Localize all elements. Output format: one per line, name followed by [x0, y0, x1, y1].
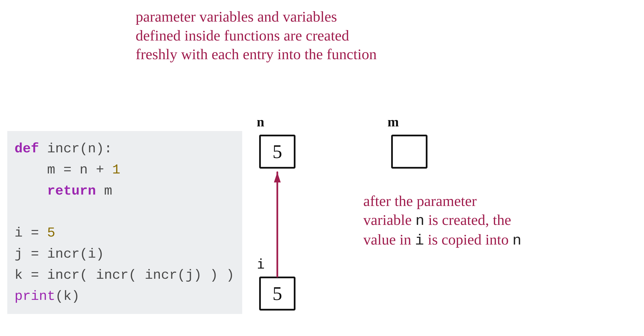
line-i-a: i [14, 225, 31, 241]
arrow-i-to-n [270, 170, 284, 306]
line-k-b: incr( incr( incr(j) ) ) [39, 267, 234, 283]
var-n-label: n [257, 114, 264, 129]
side-var-i: i [415, 232, 424, 249]
fn-name: incr [47, 141, 80, 156]
kw-return: return [14, 183, 96, 199]
var-n-value: 5 [272, 141, 282, 163]
side-seg2b: is created, the [424, 212, 511, 228]
top-annotation-line3: freshly with each entry into the functio… [136, 46, 376, 62]
line-print-fn: print [14, 288, 55, 304]
top-annotation: parameter variables and variables define… [136, 7, 547, 64]
side-seg1: after the parameter [363, 193, 477, 209]
var-n-box: 5 [259, 135, 296, 169]
side-seg3a: value in [363, 231, 415, 248]
line-j-eq: = [31, 246, 39, 262]
body1-num: 1 [104, 162, 120, 178]
line-i-eq: = [31, 225, 39, 241]
code-block: def incr(n): m = n + 1 return m i = 5 j … [7, 131, 242, 314]
top-annotation-line2: defined inside functions are created [136, 27, 349, 44]
var-i-label: i [257, 256, 265, 272]
line-i-num: 5 [39, 225, 55, 241]
side-annotation: after the parameter variable n is create… [363, 192, 642, 250]
side-var-n2: n [512, 232, 522, 249]
line-j-b: incr(i) [39, 246, 104, 262]
sig-rest: (n): [80, 141, 112, 156]
body1-rhs-a: n [72, 162, 96, 178]
body1-lhs: m [14, 162, 64, 178]
var-m-box [391, 135, 428, 169]
top-annotation-line1: parameter variables and variables [136, 8, 337, 25]
side-var-n: n [415, 212, 424, 230]
side-seg2a: variable [363, 212, 415, 228]
line-j-a: j [14, 246, 31, 262]
line-k-eq: = [31, 267, 39, 283]
var-m-label: m [388, 114, 399, 129]
kw-def: def [14, 141, 39, 156]
line-k-a: k [14, 267, 31, 283]
body1-plus: + [96, 162, 104, 178]
return-rest: m [96, 183, 112, 199]
line-print-rest: (k) [55, 288, 80, 304]
side-seg3b: is copied into [424, 231, 512, 248]
body1-eq: = [64, 162, 72, 178]
